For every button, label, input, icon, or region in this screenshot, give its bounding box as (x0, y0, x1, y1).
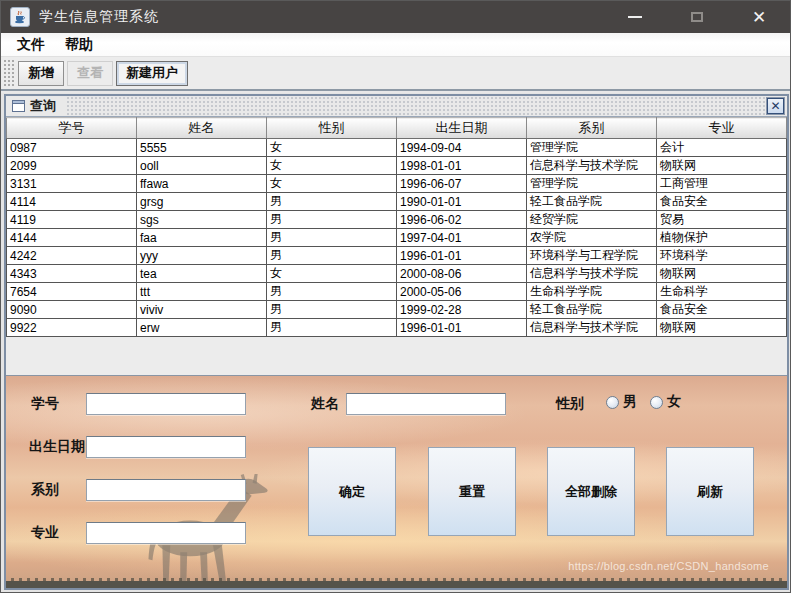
column-header-major[interactable]: 专业 (657, 118, 787, 139)
student-id-input[interactable] (86, 393, 246, 415)
cell-major[interactable]: 环境科学 (657, 247, 787, 265)
name-input[interactable] (346, 393, 506, 415)
column-header-id[interactable]: 学号 (7, 118, 137, 139)
cell-gender[interactable]: 女 (267, 175, 397, 193)
cell-birthdate[interactable]: 2000-05-06 (397, 283, 527, 301)
cell-name[interactable]: 5555 (137, 139, 267, 157)
cell-name[interactable]: yyy (137, 247, 267, 265)
cell-id[interactable]: 4114 (7, 193, 137, 211)
table-row[interactable]: 9090viviv男1999-02-28轻工食品学院食品安全 (7, 301, 787, 319)
cell-name[interactable]: grsg (137, 193, 267, 211)
toolbar-view-button[interactable]: 查看 (67, 61, 113, 86)
cell-department[interactable]: 信息科学与技术学院 (527, 157, 657, 175)
cell-name[interactable]: ffawa (137, 175, 267, 193)
cell-gender[interactable]: 女 (267, 265, 397, 283)
confirm-button[interactable]: 确定 (308, 447, 396, 536)
cell-major[interactable]: 物联网 (657, 319, 787, 337)
cell-id[interactable]: 4119 (7, 211, 137, 229)
delete-all-button[interactable]: 全部删除 (547, 447, 635, 536)
department-input[interactable] (86, 479, 246, 501)
table-row[interactable]: 4119sgs男1996-06-02经贸学院贸易 (7, 211, 787, 229)
cell-gender[interactable]: 男 (267, 283, 397, 301)
column-header-name[interactable]: 姓名 (137, 118, 267, 139)
toolbar-add-button[interactable]: 新增 (18, 61, 64, 86)
table-row[interactable]: 7654ttt男2000-05-06生命科学学院生命科学 (7, 283, 787, 301)
cell-birthdate[interactable]: 2000-08-06 (397, 265, 527, 283)
cell-department[interactable]: 轻工食品学院 (527, 193, 657, 211)
table-row[interactable]: 09875555女1994-09-04管理学院会计 (7, 139, 787, 157)
cell-birthdate[interactable]: 1994-09-04 (397, 139, 527, 157)
cell-name[interactable]: tea (137, 265, 267, 283)
cell-major[interactable]: 食品安全 (657, 301, 787, 319)
cell-department[interactable]: 管理学院 (527, 139, 657, 157)
toolbar-drag-handle[interactable] (3, 59, 14, 87)
column-header-gender[interactable]: 性别 (267, 118, 397, 139)
cell-major[interactable]: 生命科学 (657, 283, 787, 301)
cell-gender[interactable]: 女 (267, 157, 397, 175)
column-header-birthdate[interactable]: 出生日期 (397, 118, 527, 139)
cell-gender[interactable]: 男 (267, 229, 397, 247)
cell-id[interactable]: 4343 (7, 265, 137, 283)
cell-department[interactable]: 信息科学与技术学院 (527, 265, 657, 283)
cell-birthdate[interactable]: 1997-04-01 (397, 229, 527, 247)
menu-file[interactable]: 文件 (9, 34, 53, 56)
table-row[interactable]: 4343tea女2000-08-06信息科学与技术学院物联网 (7, 265, 787, 283)
cell-id[interactable]: 9090 (7, 301, 137, 319)
cell-major[interactable]: 物联网 (657, 265, 787, 283)
cell-department[interactable]: 轻工食品学院 (527, 301, 657, 319)
cell-department[interactable]: 生命科学学院 (527, 283, 657, 301)
minimize-button[interactable] (604, 1, 666, 33)
cell-name[interactable]: ttt (137, 283, 267, 301)
table-row[interactable]: 4144faa男1997-04-01农学院植物保护 (7, 229, 787, 247)
toolbar-new-user-button[interactable]: 新建用户 (116, 61, 188, 86)
menu-help[interactable]: 帮助 (57, 34, 101, 56)
cell-gender[interactable]: 女 (267, 139, 397, 157)
table-row[interactable]: 4114grsg男1990-01-01轻工食品学院食品安全 (7, 193, 787, 211)
cell-gender[interactable]: 男 (267, 247, 397, 265)
cell-id[interactable]: 3131 (7, 175, 137, 193)
cell-birthdate[interactable]: 1996-06-07 (397, 175, 527, 193)
cell-department[interactable]: 农学院 (527, 229, 657, 247)
cell-name[interactable]: sgs (137, 211, 267, 229)
maximize-button[interactable] (666, 1, 728, 33)
cell-id[interactable]: 4242 (7, 247, 137, 265)
cell-birthdate[interactable]: 1996-01-01 (397, 247, 527, 265)
cell-name[interactable]: faa (137, 229, 267, 247)
cell-major[interactable]: 会计 (657, 139, 787, 157)
cell-major[interactable]: 贸易 (657, 211, 787, 229)
cell-id[interactable]: 2099 (7, 157, 137, 175)
cell-major[interactable]: 物联网 (657, 157, 787, 175)
cell-id[interactable]: 9922 (7, 319, 137, 337)
reset-button[interactable]: 重置 (428, 447, 516, 536)
gender-female-radio[interactable]: 女 (650, 393, 681, 411)
cell-major[interactable]: 植物保护 (657, 229, 787, 247)
close-button[interactable]: ✕ (728, 1, 790, 33)
cell-major[interactable]: 工商管理 (657, 175, 787, 193)
cell-name[interactable]: ooll (137, 157, 267, 175)
internal-frame-title-bar[interactable]: 查询 ✕ (6, 96, 787, 117)
cell-department[interactable]: 信息科学与技术学院 (527, 319, 657, 337)
cell-name[interactable]: viviv (137, 301, 267, 319)
table-row[interactable]: 4242yyy男1996-01-01环境科学与工程学院环境科学 (7, 247, 787, 265)
table-row[interactable]: 3131ffawa女1996-06-07管理学院工商管理 (7, 175, 787, 193)
table-row[interactable]: 2099ooll女1998-01-01信息科学与技术学院物联网 (7, 157, 787, 175)
column-header-department[interactable]: 系别 (527, 118, 657, 139)
cell-gender[interactable]: 男 (267, 319, 397, 337)
cell-birthdate[interactable]: 1999-02-28 (397, 301, 527, 319)
cell-department[interactable]: 管理学院 (527, 175, 657, 193)
cell-department[interactable]: 环境科学与工程学院 (527, 247, 657, 265)
cell-gender[interactable]: 男 (267, 193, 397, 211)
table-row[interactable]: 9922erw男1996-01-01信息科学与技术学院物联网 (7, 319, 787, 337)
cell-id[interactable]: 4144 (7, 229, 137, 247)
cell-birthdate[interactable]: 1990-01-01 (397, 193, 527, 211)
cell-gender[interactable]: 男 (267, 301, 397, 319)
gender-male-radio[interactable]: 男 (606, 393, 637, 411)
cell-id[interactable]: 0987 (7, 139, 137, 157)
cell-id[interactable]: 7654 (7, 283, 137, 301)
cell-birthdate[interactable]: 1996-01-01 (397, 319, 527, 337)
cell-gender[interactable]: 男 (267, 211, 397, 229)
cell-birthdate[interactable]: 1996-06-02 (397, 211, 527, 229)
major-input[interactable] (86, 522, 246, 544)
cell-name[interactable]: erw (137, 319, 267, 337)
cell-birthdate[interactable]: 1998-01-01 (397, 157, 527, 175)
